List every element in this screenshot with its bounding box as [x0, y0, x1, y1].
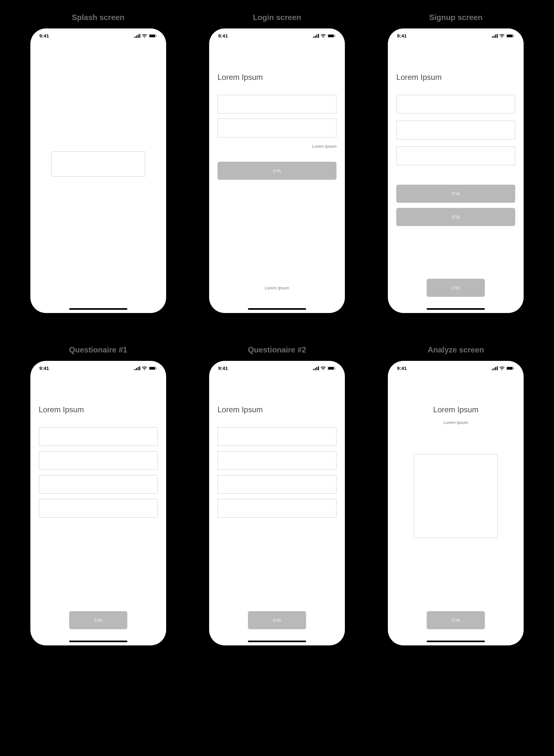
- home-indicator: [248, 641, 306, 642]
- svg-rect-7: [313, 37, 314, 38]
- svg-rect-38: [497, 366, 498, 370]
- svg-rect-9: [317, 35, 317, 38]
- status-time: 9:41: [40, 33, 49, 39]
- frame-signup: Signup screen 9:41 Lorem Ipsum: [376, 13, 536, 313]
- cta-label: CTA: [273, 618, 281, 623]
- svg-rect-0: [134, 37, 135, 38]
- cta-label: CTA: [452, 618, 460, 623]
- signup-cta-small[interactable]: CTA: [427, 279, 485, 297]
- wifi-icon: [499, 34, 505, 38]
- svg-rect-20: [514, 35, 514, 37]
- splash-placeholder: [51, 151, 145, 176]
- cta-label: CTA: [452, 215, 460, 220]
- q2-option-3[interactable]: [218, 475, 336, 494]
- q2-heading: Lorem Ipsum: [218, 405, 336, 414]
- frame-title: Questionaire #1: [69, 345, 127, 355]
- q2-option-2[interactable]: [218, 451, 336, 470]
- q1-cta[interactable]: CTA: [69, 611, 127, 629]
- cta-label: CTA: [94, 618, 102, 623]
- wifi-icon: [321, 366, 326, 370]
- q2-option-1[interactable]: [218, 427, 336, 446]
- q1-option-3[interactable]: [39, 475, 158, 494]
- svg-rect-15: [494, 36, 495, 38]
- login-footer-link[interactable]: Lorem Ipsum: [209, 285, 345, 290]
- svg-rect-13: [335, 35, 335, 37]
- signup-input-1[interactable]: [396, 95, 515, 113]
- cellular-icon: [492, 34, 498, 38]
- frame-analyze: Analyze screen 9:41 Lorem Ipsum Lorem Ip…: [376, 345, 536, 645]
- q1-option-1[interactable]: [39, 427, 158, 446]
- status-time: 9:41: [397, 33, 406, 39]
- svg-rect-36: [494, 368, 495, 370]
- svg-rect-21: [134, 369, 135, 370]
- status-bar: 9:41: [209, 29, 345, 41]
- svg-rect-41: [514, 368, 514, 369]
- home-indicator: [69, 308, 127, 310]
- status-bar: 9:41: [31, 29, 166, 41]
- svg-rect-17: [497, 34, 498, 38]
- status-time: 9:41: [397, 365, 406, 371]
- status-bar: 9:41: [388, 361, 523, 373]
- login-input-2[interactable]: [218, 119, 336, 138]
- login-heading: Lorem Ipsum: [218, 73, 336, 82]
- status-bar: 9:41: [388, 29, 523, 41]
- analyze-cta[interactable]: CTA: [427, 611, 485, 629]
- wifi-icon: [499, 366, 505, 370]
- svg-rect-34: [335, 368, 335, 369]
- cta-label: CTA: [273, 168, 281, 173]
- analyze-subtext: Lorem Ipsum: [396, 420, 515, 425]
- q2-option-4[interactable]: [218, 499, 336, 518]
- cellular-icon: [313, 366, 319, 370]
- battery-icon: [149, 34, 157, 38]
- svg-rect-12: [328, 35, 334, 37]
- frame-q1: Questionaire #1 9:41 Lorem Ipsum: [18, 345, 178, 645]
- forgot-link[interactable]: Lorem Ipsum: [218, 144, 336, 149]
- battery-icon: [506, 34, 514, 38]
- svg-rect-37: [495, 367, 496, 370]
- phone-q2: 9:41 Lorem Ipsum CTA: [209, 361, 345, 645]
- signup-heading: Lorem Ipsum: [396, 73, 515, 82]
- status-icons: [134, 366, 157, 370]
- signup-input-2[interactable]: [396, 121, 515, 140]
- frame-title: Analyze screen: [428, 345, 484, 355]
- status-time: 9:41: [218, 33, 228, 39]
- svg-rect-24: [139, 366, 140, 370]
- frame-title: Signup screen: [429, 13, 483, 22]
- svg-rect-5: [149, 35, 155, 37]
- cellular-icon: [313, 34, 319, 38]
- wifi-icon: [142, 366, 147, 370]
- login-input-1[interactable]: [218, 95, 336, 113]
- svg-rect-6: [156, 35, 157, 37]
- phone-analyze: 9:41 Lorem Ipsum Lorem Ipsum CTA: [388, 361, 523, 645]
- signup-cta-1[interactable]: CTA: [396, 184, 515, 203]
- status-icons: [313, 366, 336, 370]
- q1-option-2[interactable]: [39, 451, 158, 470]
- svg-rect-1: [136, 36, 137, 38]
- q1-option-4[interactable]: [39, 499, 158, 518]
- home-indicator: [69, 641, 127, 642]
- phone-login: 9:41 Lorem Ipsum Lorem Ipsum CTA Lorem I…: [209, 29, 345, 313]
- svg-rect-35: [492, 369, 493, 370]
- svg-rect-40: [507, 367, 513, 370]
- svg-rect-19: [507, 35, 513, 37]
- status-icons: [492, 366, 514, 370]
- frame-title: Login screen: [253, 13, 301, 22]
- svg-rect-16: [495, 35, 496, 38]
- login-cta[interactable]: CTA: [218, 162, 336, 180]
- signup-cta-2[interactable]: CTA: [396, 208, 515, 226]
- phone-signup: 9:41 Lorem Ipsum CTA: [388, 29, 523, 313]
- frame-title: Splash screen: [72, 13, 124, 22]
- home-indicator: [427, 641, 485, 642]
- frame-q2: Questionaire #2 9:41 Lorem Ipsum: [197, 345, 356, 645]
- cellular-icon: [134, 366, 140, 370]
- svg-rect-30: [317, 367, 317, 370]
- cellular-icon: [492, 366, 498, 370]
- svg-rect-33: [328, 367, 334, 370]
- signup-input-3[interactable]: [396, 147, 515, 165]
- svg-rect-23: [138, 367, 138, 370]
- svg-rect-29: [315, 368, 316, 370]
- q2-cta[interactable]: CTA: [248, 611, 306, 629]
- battery-icon: [506, 366, 514, 370]
- svg-rect-31: [318, 366, 319, 370]
- svg-rect-10: [318, 34, 319, 38]
